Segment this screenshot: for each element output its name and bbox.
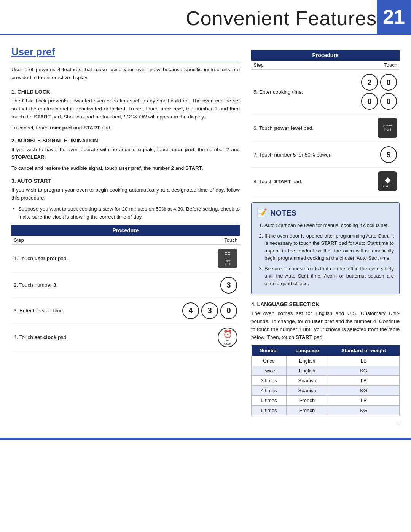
footer-bar	[0, 438, 411, 440]
key-4: 4	[182, 302, 199, 319]
key-0a: 0	[380, 74, 397, 91]
table-row: 3. Enter the start time. 4 3 0	[11, 298, 240, 323]
power-level-key: powerlevel	[378, 118, 397, 138]
step-3-text: 3. Enter the start time.	[11, 298, 124, 323]
lang-row-6-lang: French	[286, 405, 328, 415]
lang-row-4-lang: Spanish	[286, 385, 328, 395]
left-procedure-table: Procedure Step Touch 1. Touch user pref …	[11, 225, 240, 351]
key-5: 5	[380, 146, 397, 163]
note-item-3: Be sure to choose foods that can be left…	[264, 265, 394, 288]
step-2-touch: 3	[124, 272, 240, 298]
table-row: 1. Touch user pref pad. ☷ userpref	[11, 244, 240, 272]
step-8-touch: ◆ START	[350, 168, 400, 195]
userpref-key: ☷ userpref	[218, 249, 237, 268]
left-proc-col-step: Step	[11, 236, 124, 245]
page-header: Convenient Features 21	[0, 0, 411, 35]
subsection-autostart-title: 3. AUTO START	[11, 178, 240, 184]
right-proc-header: Procedure	[251, 50, 400, 61]
notes-icon: 📝	[257, 208, 267, 218]
step-6-text: 6. Touch power level pad.	[251, 114, 350, 142]
lang-row-2-std: KG	[328, 366, 400, 375]
notes-label: NOTES	[270, 209, 296, 217]
step-7-text: 7. Touch number 5 for 50% power.	[251, 142, 350, 168]
subsection-language-title: 4. LANGUAGE SELECTION	[251, 301, 400, 307]
step-1-touch: ☷ userpref	[124, 244, 240, 272]
table-row: Once English LB	[252, 356, 400, 366]
step-5-text: 5. Enter cooking time.	[251, 70, 350, 114]
step-4-touch: ⏰ setclock	[124, 323, 240, 351]
setclock-icon: ⏰	[223, 329, 233, 339]
key-0: 0	[220, 302, 237, 319]
section-title: User pref	[11, 46, 240, 58]
right-procedure-table: Procedure Step Touch 5. Enter cooking ti…	[251, 50, 400, 195]
subsection-audible-title: 2. AUDIBLE SIGNAL ELIMINATION	[11, 137, 240, 144]
start-icon: ◆	[385, 175, 390, 184]
lang-row-3-std: LB	[328, 375, 400, 385]
note-item-2: If the oven door is opened after program…	[264, 232, 394, 262]
intro-text: User pref provides 4 features that make …	[11, 66, 240, 82]
audible-text-1: If you wish to have the oven operate wit…	[11, 146, 240, 162]
lang-col-language: Language	[286, 345, 328, 356]
lang-row-3-num: 3 times	[252, 375, 287, 385]
userpref-icon: ☷	[225, 251, 231, 259]
notes-box: 📝 NOTES Auto Start can be used for manua…	[251, 202, 400, 294]
lang-row-5-num: 5 times	[252, 395, 287, 405]
table-row: 5. Enter cooking time. 2 0 0 0	[251, 70, 400, 114]
lang-row-5-std: LB	[328, 395, 400, 405]
lang-row-4-num: 4 times	[252, 385, 287, 395]
step-4-text: 4. Touch set clock pad.	[11, 323, 124, 351]
table-row: 4. Touch set clock pad. ⏰ setclock	[11, 323, 240, 351]
left-proc-header: Procedure	[11, 225, 240, 236]
step-5-touch: 2 0 0 0	[350, 70, 400, 114]
left-proc-col-touch: Touch	[124, 236, 240, 245]
start-key: ◆ START	[378, 171, 397, 191]
autostart-intro: If you wish to program your oven to begi…	[11, 186, 240, 202]
section-divider	[11, 61, 240, 61]
step-7-touch: 5	[350, 142, 400, 168]
language-table: Number Language Standard of weight Once …	[251, 345, 400, 415]
left-column: User pref User pref provides 4 features …	[11, 46, 240, 426]
table-row: 6 times French KG	[252, 405, 400, 415]
lang-row-2-lang: English	[286, 366, 328, 375]
lang-row-1-lang: English	[286, 356, 328, 366]
step-6-touch: powerlevel	[350, 114, 400, 142]
table-row: 2. Touch number 3. 3	[11, 272, 240, 298]
lang-row-6-std: KG	[328, 405, 400, 415]
main-content: User pref User pref provides 4 features …	[0, 35, 411, 434]
lang-row-4-std: KG	[328, 385, 400, 395]
language-text: The oven comes set for English and U.S. …	[251, 310, 400, 342]
setclock-key: ⏰ setclock	[218, 328, 237, 347]
table-row: 8. Touch START pad. ◆ START	[251, 168, 400, 195]
notes-title: 📝 NOTES	[257, 208, 394, 218]
step-2-text: 2. Touch number 3.	[11, 272, 124, 298]
right-proc-col-step: Step	[251, 61, 350, 70]
audible-text-2: To cancel and restore the audible signal…	[11, 165, 240, 173]
lang-col-number: Number	[252, 345, 287, 356]
step-3-touch: 4 3 0	[124, 298, 240, 323]
note-item-1: Auto Start can be used for manual cookin…	[264, 222, 394, 229]
subsection-child-lock-title: 1. CHILD LOCK	[11, 89, 240, 95]
key-2: 2	[361, 74, 378, 91]
lang-row-5-lang: French	[286, 395, 328, 405]
lang-row-6-num: 6 times	[252, 405, 287, 415]
lang-row-2-num: Twice	[252, 366, 287, 375]
child-lock-text-2: To cancel, touch user pref and START pad…	[11, 124, 240, 132]
key-0c: 0	[380, 93, 397, 110]
right-proc-col-touch: Touch	[350, 61, 400, 70]
child-lock-text-1: The Child Lock prevents unwanted oven op…	[11, 97, 240, 121]
lang-row-3-lang: Spanish	[286, 375, 328, 385]
table-row: 7. Touch number 5 for 50% power. 5	[251, 142, 400, 168]
lang-row-1-num: Once	[252, 356, 287, 366]
step-8-text: 8. Touch START pad.	[251, 168, 350, 195]
page-number: 21	[377, 0, 411, 34]
notes-list: Auto Start can be used for manual cookin…	[257, 222, 394, 287]
lang-col-weight: Standard of weight	[328, 345, 400, 356]
autostart-bullet: Suppose you want to start cooking a stew…	[11, 205, 240, 221]
step-1-text: 1. Touch user pref pad.	[11, 244, 124, 272]
table-row: 5 times French LB	[252, 395, 400, 405]
table-row: 3 times Spanish LB	[252, 375, 400, 385]
table-row: 4 times Spanish KG	[252, 385, 400, 395]
table-row: Twice English KG	[252, 366, 400, 375]
key-3b: 3	[201, 302, 218, 319]
page-title: Convenient Features	[0, 0, 377, 34]
